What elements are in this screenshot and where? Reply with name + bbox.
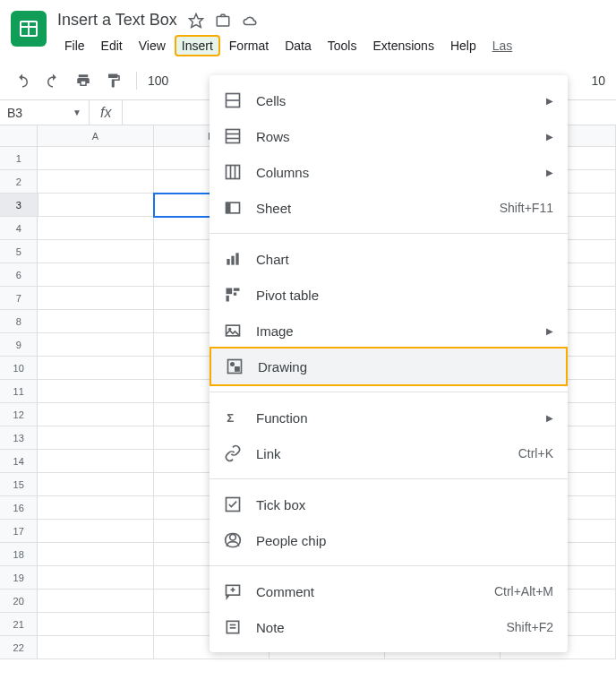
- cell[interactable]: [38, 450, 153, 473]
- menu-item-rows[interactable]: Rows▶: [210, 118, 568, 154]
- cell[interactable]: [38, 473, 153, 496]
- menu-tools[interactable]: Tools: [321, 35, 364, 56]
- cell[interactable]: [38, 357, 153, 380]
- cell[interactable]: [38, 170, 153, 194]
- row-header[interactable]: 14: [0, 450, 38, 473]
- svg-rect-18: [227, 288, 233, 295]
- menu-item-drawing[interactable]: Drawing: [210, 347, 568, 386]
- shortcut-label: Ctrl+Alt+M: [494, 584, 553, 598]
- select-all-corner[interactable]: [0, 125, 38, 147]
- cell-ref-text: B3: [7, 106, 22, 120]
- cell[interactable]: [38, 263, 153, 287]
- menu-item-label: Link: [256, 446, 518, 461]
- shortcut-label: Ctrl+K: [518, 446, 553, 461]
- cell[interactable]: [38, 380, 153, 403]
- undo-icon[interactable]: [11, 69, 34, 92]
- cloud-icon[interactable]: [242, 13, 258, 29]
- menu-item-function[interactable]: ΣFunction▶: [210, 400, 568, 435]
- menu-view[interactable]: View: [132, 35, 173, 56]
- cell[interactable]: [38, 310, 153, 333]
- svg-text:Σ: Σ: [227, 411, 234, 425]
- cell[interactable]: [38, 333, 153, 357]
- svg-rect-14: [227, 202, 231, 213]
- menu-data[interactable]: Data: [278, 35, 319, 56]
- row-header[interactable]: 5: [0, 240, 38, 263]
- submenu-arrow-icon: ▶: [546, 132, 553, 142]
- move-icon[interactable]: [215, 13, 231, 29]
- svg-rect-10: [227, 166, 240, 179]
- row-header[interactable]: 13: [0, 426, 38, 450]
- row-header[interactable]: 6: [0, 263, 38, 287]
- sheets-logo[interactable]: [11, 11, 47, 47]
- redo-icon[interactable]: [41, 69, 64, 92]
- cell[interactable]: [38, 194, 154, 217]
- row-header[interactable]: 17: [0, 520, 38, 543]
- cell[interactable]: [38, 636, 153, 659]
- menu-item-link[interactable]: LinkCtrl+K: [210, 435, 568, 471]
- menu-format[interactable]: Format: [222, 35, 276, 56]
- menu-item-sheet[interactable]: SheetShift+F11: [210, 190, 568, 226]
- svg-point-29: [230, 534, 236, 540]
- row-header[interactable]: 20: [0, 590, 38, 613]
- star-icon[interactable]: [188, 13, 204, 29]
- cell[interactable]: [38, 217, 153, 240]
- font-size-value[interactable]: 10: [591, 73, 605, 88]
- row-header[interactable]: 3: [0, 194, 38, 217]
- cell[interactable]: [38, 496, 153, 520]
- print-icon[interactable]: [72, 69, 95, 92]
- submenu-arrow-icon: ▶: [546, 326, 553, 336]
- menu-item-note[interactable]: NoteShift+F2: [210, 609, 568, 645]
- menu-help[interactable]: Help: [443, 35, 483, 56]
- menu-extensions[interactable]: Extensions: [365, 35, 441, 56]
- cell-reference[interactable]: B3 ▼: [0, 100, 90, 125]
- menu-item-chart[interactable]: Chart: [210, 241, 568, 277]
- row-header[interactable]: 18: [0, 543, 38, 566]
- row-header[interactable]: 10: [0, 357, 38, 380]
- document-title[interactable]: Insert a Text Box: [57, 11, 177, 30]
- menu-item-tick-box[interactable]: Tick box: [210, 486, 568, 522]
- cell[interactable]: [38, 147, 153, 170]
- sheet-icon: [224, 199, 242, 217]
- zoom-value[interactable]: 100: [148, 73, 168, 88]
- cell[interactable]: [38, 613, 153, 636]
- menu-insert[interactable]: Insert: [175, 35, 220, 56]
- menu-item-columns[interactable]: Columns▶: [210, 154, 568, 190]
- menu-file[interactable]: File: [57, 35, 92, 56]
- cell[interactable]: [38, 426, 153, 450]
- row-header[interactable]: 12: [0, 403, 38, 426]
- submenu-arrow-icon: ▶: [546, 96, 553, 106]
- menu-edit[interactable]: Edit: [94, 35, 130, 56]
- submenu-arrow-icon: ▶: [546, 168, 553, 177]
- menu-item-image[interactable]: Image▶: [210, 313, 568, 349]
- menu-item-comment[interactable]: CommentCtrl+Alt+M: [210, 573, 568, 609]
- cell[interactable]: [38, 240, 153, 263]
- row-header[interactable]: 7: [0, 287, 38, 310]
- cell[interactable]: [38, 566, 153, 590]
- menu-item-cells[interactable]: Cells▶: [210, 82, 568, 118]
- row-header[interactable]: 21: [0, 613, 38, 636]
- row-header[interactable]: 2: [0, 170, 38, 194]
- menu-item-people-chip[interactable]: People chip: [210, 522, 568, 558]
- cell[interactable]: [38, 590, 153, 613]
- tickbox-icon: [224, 495, 242, 513]
- menu-las[interactable]: Las: [485, 35, 520, 56]
- column-header[interactable]: A: [38, 125, 153, 147]
- paint-format-icon[interactable]: [102, 69, 125, 92]
- menu-item-pivot-table[interactable]: Pivot table: [210, 277, 568, 313]
- columns-icon: [224, 163, 242, 181]
- cell[interactable]: [38, 520, 153, 543]
- cell[interactable]: [38, 543, 153, 566]
- row-header[interactable]: 19: [0, 566, 38, 590]
- row-header[interactable]: 9: [0, 333, 38, 357]
- menu-item-label: Function: [256, 410, 546, 426]
- menu-item-label: Note: [256, 620, 506, 635]
- row-header[interactable]: 11: [0, 380, 38, 403]
- row-header[interactable]: 4: [0, 217, 38, 240]
- row-header[interactable]: 15: [0, 473, 38, 496]
- row-header[interactable]: 1: [0, 147, 38, 170]
- row-header[interactable]: 8: [0, 310, 38, 333]
- cell[interactable]: [38, 287, 153, 310]
- row-header[interactable]: 22: [0, 636, 38, 659]
- row-header[interactable]: 16: [0, 496, 38, 520]
- cell[interactable]: [38, 403, 153, 426]
